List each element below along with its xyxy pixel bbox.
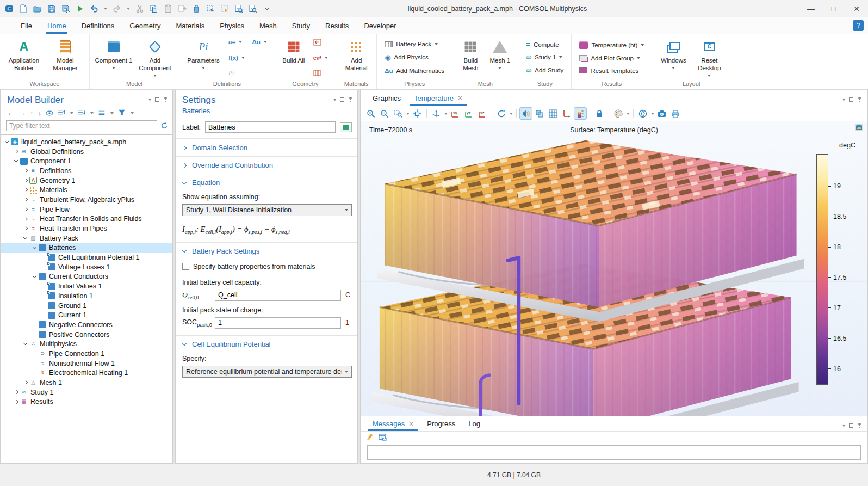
forward-icon[interactable]: → (18, 109, 26, 117)
tree-item[interactable]: DVoltage Losses 1 (1, 262, 172, 272)
panel-menu-icon[interactable]: ▾ (842, 422, 845, 428)
lock-icon[interactable] (593, 108, 605, 119)
clear-messages-icon[interactable] (366, 433, 374, 443)
new-file-icon[interactable] (18, 4, 28, 14)
plot-thumbnail-icon[interactable] (855, 124, 863, 133)
save-icon[interactable] (47, 4, 56, 14)
tree-item[interactable]: Positive Connectors (1, 330, 172, 340)
menu-home[interactable]: Home (40, 17, 74, 34)
tree-item[interactable]: ≡Definitions (1, 166, 172, 176)
menu-physics[interactable]: Physics (212, 17, 252, 34)
pin-icon[interactable] (857, 423, 862, 428)
expanded-arrow-icon[interactable] (32, 272, 39, 282)
tree-item[interactable]: Current 1 (1, 310, 172, 320)
zoom-box-icon[interactable] (392, 108, 404, 119)
collapsed-arrow-icon[interactable] (22, 176, 29, 186)
view-log-icon[interactable] (248, 4, 257, 14)
duplicate-icon[interactable] (177, 4, 187, 14)
tree-item[interactable]: Ground 1 (1, 301, 172, 311)
tab-log[interactable]: Log (462, 416, 487, 431)
tree-item[interactable]: Component 1 (1, 156, 172, 166)
menu-definitions[interactable]: Definitions (74, 17, 122, 34)
battery-pack-button[interactable]: Battery Pack (382, 40, 447, 48)
expand-all-icon[interactable] (78, 109, 85, 117)
zoom-in-icon[interactable] (365, 108, 377, 119)
tab-progress[interactable]: Progress (420, 416, 462, 431)
add-component-button[interactable]: Add Component (135, 37, 175, 79)
collapsed-arrow-icon[interactable] (22, 205, 29, 214)
scene-light-icon[interactable] (520, 108, 532, 119)
collapsed-arrow-icon[interactable] (22, 166, 29, 176)
redo-dropdown-icon[interactable] (127, 8, 130, 10)
add-study-button[interactable]: ∞Add Study (524, 65, 566, 75)
pin-icon[interactable] (163, 97, 168, 102)
collapsed-arrow-icon[interactable] (13, 397, 20, 407)
color-legend-icon[interactable] (574, 108, 586, 119)
float-panel-icon[interactable] (155, 97, 159, 102)
section-equation[interactable]: Equation (176, 174, 357, 191)
mesh1-button[interactable]: Mesh 1 (486, 37, 513, 79)
save-as-icon[interactable] (61, 4, 70, 14)
functions-button[interactable]: f(x) (226, 54, 269, 61)
default-view-icon[interactable] (430, 108, 442, 119)
tree-item[interactable]: DCell Equilibrium Potential 1 (1, 253, 172, 262)
float-panel-icon[interactable] (340, 97, 344, 102)
menu-study[interactable]: Study (284, 17, 318, 34)
tree-item[interactable]: △Mesh 1 (1, 378, 172, 387)
tree-item[interactable]: ▦Results (1, 397, 172, 407)
rename-button[interactable] (340, 122, 352, 132)
expanded-arrow-icon[interactable] (22, 233, 29, 243)
add-physics-button[interactable]: ◉Add Physics (382, 53, 447, 62)
collapsed-arrow-icon[interactable] (22, 224, 29, 233)
specify-from-materials-checkbox[interactable] (182, 263, 189, 270)
tab-messages[interactable]: Messages✕ (366, 416, 420, 431)
color-palette-icon[interactable] (612, 108, 624, 119)
geometry-partition-button[interactable] (311, 69, 330, 77)
paste-icon[interactable] (163, 4, 172, 14)
collapsed-arrow-icon[interactable] (22, 378, 29, 387)
panel-menu-icon[interactable]: ▾ (148, 96, 151, 102)
tree-item[interactable]: ∴Multiphysics (1, 339, 172, 349)
add-plot-group-button[interactable]: Add Plot Group (577, 54, 646, 62)
close-button[interactable]: ✕ (845, 0, 868, 17)
section-domain-selection[interactable]: Domain Selection (176, 139, 357, 156)
view-xy-icon[interactable]: xy (449, 108, 461, 119)
variables-button[interactable]: a= Δu (226, 38, 269, 46)
tree-item[interactable]: ⊕Global Definitions (1, 147, 172, 157)
geometry-update-button[interactable]: c⇄ (311, 54, 330, 62)
tree-item[interactable]: Negative Connectors (1, 320, 172, 330)
move-up-icon[interactable]: ↑ (30, 109, 34, 117)
result-templates-button[interactable]: Result Templates (577, 67, 646, 75)
windows-button[interactable]: Windows (656, 37, 690, 79)
model-manager-button[interactable]: Model Manager (46, 37, 85, 79)
reset-desktop-button[interactable]: CReset Desktop (692, 37, 726, 79)
tree-item[interactable]: ≈Pipe Flow (1, 205, 172, 214)
run-icon[interactable] (75, 4, 84, 14)
tab-graphics[interactable]: Graphics (366, 90, 407, 106)
filter-icon[interactable] (118, 109, 126, 117)
find-icon[interactable] (234, 4, 243, 14)
tree-item[interactable]: ⊃Pipe Connection 1 (1, 349, 172, 359)
undo-icon[interactable] (89, 4, 98, 14)
toolbar-more-icon[interactable] (262, 4, 271, 14)
pin-icon[interactable] (348, 97, 353, 102)
messages-output[interactable] (367, 445, 861, 460)
menu-file[interactable]: File (13, 17, 40, 34)
message-settings-icon[interactable] (379, 433, 387, 443)
zoom-extents-icon[interactable] (411, 108, 423, 119)
tree-item[interactable]: ≈Nonisothermal Flow 1 (1, 359, 172, 368)
label-input[interactable] (205, 121, 336, 133)
compute-button[interactable]: =Compute (524, 40, 566, 49)
help-button[interactable]: ? (853, 20, 864, 31)
move-down-icon[interactable]: ↓ (38, 109, 42, 117)
temperature-plot-button[interactable]: Temperature (ht) (577, 41, 646, 50)
panel-menu-icon[interactable]: ▾ (333, 96, 336, 102)
collapsed-arrow-icon[interactable] (13, 147, 20, 157)
view-xz-icon[interactable]: xz (476, 108, 488, 119)
section-cell-equilibrium[interactable]: Cell Equilibrium Potential (176, 335, 357, 353)
delete-icon[interactable] (191, 4, 201, 14)
add-mathematics-button[interactable]: ΔuAdd Mathematics (382, 67, 447, 75)
tree-item[interactable]: AGeometry 1 (1, 176, 172, 186)
model-tree-node-icon[interactable] (98, 109, 106, 117)
view-yz-icon[interactable]: yz (463, 108, 475, 119)
